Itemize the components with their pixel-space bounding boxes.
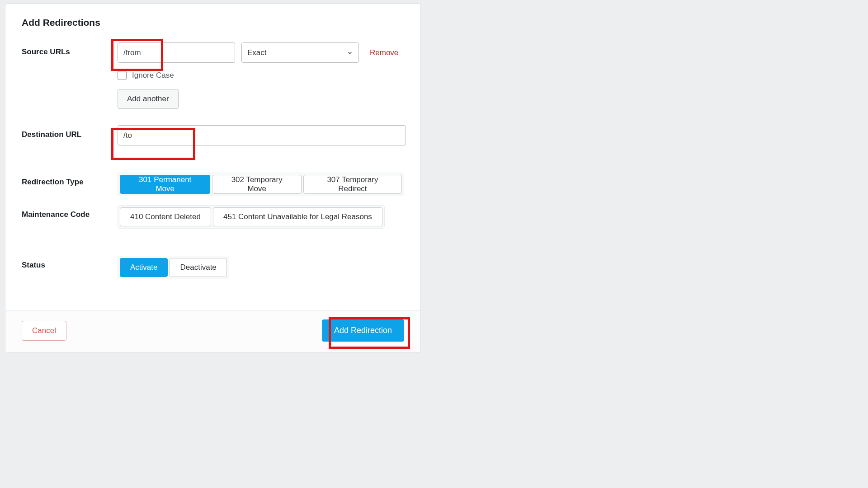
- status-deactivate[interactable]: Deactivate: [170, 258, 226, 277]
- label-source-urls: Source URLs: [22, 42, 118, 56]
- label-redirection-type: Redirection Type: [22, 173, 118, 187]
- redir-type-302[interactable]: 302 Temporary Move: [212, 175, 301, 194]
- controls-destination-url: [118, 125, 406, 145]
- row-destination-url: Destination URL: [22, 125, 404, 145]
- destination-url-input[interactable]: [118, 125, 406, 145]
- controls-maintenance-code: 410 Content Deleted 451 Content Unavaila…: [118, 205, 404, 229]
- source-url-input[interactable]: [118, 42, 235, 63]
- label-destination-url: Destination URL: [22, 125, 118, 139]
- row-source-urls: Source URLs Exact Remove Ignore Case: [22, 42, 404, 109]
- label-status: Status: [22, 256, 118, 270]
- status-group: Activate Deactivate: [118, 256, 229, 279]
- row-maintenance-code: Maintenance Code 410 Content Deleted 451…: [22, 205, 404, 229]
- panel-body: Add Redirections Source URLs Exact Remov…: [5, 4, 420, 310]
- match-type-select[interactable]: Exact: [241, 42, 359, 63]
- cancel-button[interactable]: Cancel: [22, 321, 66, 341]
- row-redirection-type: Redirection Type 301 Permanent Move 302 …: [22, 173, 404, 196]
- add-redirection-button[interactable]: Add Redirection: [322, 319, 404, 342]
- controls-status: Activate Deactivate: [118, 256, 404, 279]
- redir-type-307[interactable]: 307 Temporary Redirect: [303, 175, 402, 194]
- ignore-case-checkbox[interactable]: [118, 71, 127, 80]
- maint-451[interactable]: 451 Content Unavailable for Legal Reason…: [213, 207, 382, 226]
- row-status: Status Activate Deactivate: [22, 256, 404, 279]
- label-maintenance-code: Maintenance Code: [22, 205, 118, 219]
- controls-source-urls: Exact Remove Ignore Case Add another: [118, 42, 404, 109]
- add-another-button[interactable]: Add another: [118, 89, 179, 109]
- redirection-type-group: 301 Permanent Move 302 Temporary Move 30…: [118, 173, 404, 196]
- add-another-wrap: Add another: [118, 89, 404, 109]
- remove-source-link[interactable]: Remove: [370, 48, 398, 57]
- source-url-line: Exact Remove: [118, 42, 404, 63]
- maintenance-code-group: 410 Content Deleted 451 Content Unavaila…: [118, 205, 385, 229]
- match-type-select-wrap: Exact: [241, 42, 359, 63]
- ignore-case-row: Ignore Case: [118, 71, 404, 80]
- ignore-case-label: Ignore Case: [132, 71, 174, 80]
- controls-redirection-type: 301 Permanent Move 302 Temporary Move 30…: [118, 173, 404, 196]
- match-type-selected: Exact: [247, 48, 267, 57]
- panel-title: Add Redirections: [22, 17, 404, 28]
- chevron-down-icon: [347, 50, 353, 56]
- panel-footer: Cancel Add Redirection: [5, 310, 420, 352]
- maint-410[interactable]: 410 Content Deleted: [120, 207, 211, 226]
- status-activate[interactable]: Activate: [120, 258, 168, 277]
- redir-type-301[interactable]: 301 Permanent Move: [120, 175, 210, 194]
- add-redirections-panel: Add Redirections Source URLs Exact Remov…: [5, 3, 421, 353]
